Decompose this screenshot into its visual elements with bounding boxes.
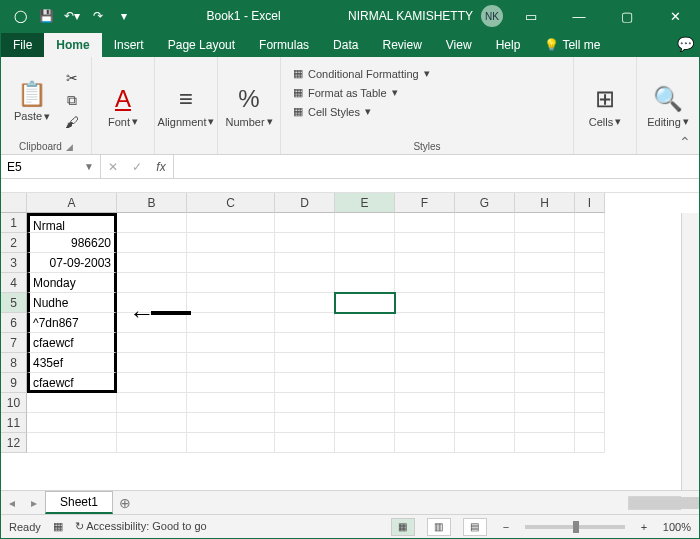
row-header[interactable]: 8 (1, 353, 27, 373)
cell[interactable] (187, 393, 275, 413)
conditional-formatting-button[interactable]: ▦ Conditional Formatting ▾ (289, 65, 434, 82)
enter-formula-icon[interactable]: ✓ (125, 160, 149, 174)
horizontal-scrollbar[interactable] (628, 496, 681, 510)
account-avatar[interactable]: NK (481, 5, 503, 27)
cell[interactable] (575, 293, 605, 313)
cell[interactable] (117, 273, 187, 293)
cell[interactable] (117, 213, 187, 233)
tab-tell-me[interactable]: 💡 Tell me (532, 33, 612, 57)
cell[interactable] (187, 433, 275, 453)
cell[interactable]: Monday (27, 273, 117, 293)
cell[interactable] (187, 213, 275, 233)
cell[interactable] (515, 213, 575, 233)
sheet-nav-next-icon[interactable]: ▸ (23, 496, 45, 510)
column-header[interactable]: E (335, 193, 395, 213)
tab-page-layout[interactable]: Page Layout (156, 33, 247, 57)
cell[interactable] (515, 273, 575, 293)
cell[interactable] (395, 393, 455, 413)
cell[interactable] (187, 293, 275, 313)
cell[interactable] (187, 333, 275, 353)
cell[interactable] (395, 413, 455, 433)
redo-icon[interactable]: ↷ (89, 7, 107, 25)
cell[interactable] (187, 353, 275, 373)
name-box[interactable]: ▼ (1, 155, 101, 178)
name-box-input[interactable] (7, 160, 84, 174)
view-normal-icon[interactable]: ▦ (391, 518, 415, 536)
paste-button[interactable]: 📋 Paste ▾ (9, 65, 55, 135)
cell[interactable] (275, 233, 335, 253)
tab-view[interactable]: View (434, 33, 484, 57)
sheet-tab-active[interactable]: Sheet1 (45, 491, 113, 514)
cell[interactable] (275, 213, 335, 233)
cell[interactable] (187, 273, 275, 293)
cell[interactable] (575, 373, 605, 393)
cells-button[interactable]: ⊞ Cells ▾ (582, 71, 628, 141)
tab-review[interactable]: Review (370, 33, 433, 57)
column-header[interactable]: A (27, 193, 117, 213)
collapse-ribbon-icon[interactable]: ⌃ (679, 134, 691, 150)
cell[interactable] (395, 433, 455, 453)
cell[interactable] (117, 313, 187, 333)
cell[interactable] (395, 253, 455, 273)
row-header[interactable]: 7 (1, 333, 27, 353)
cell[interactable] (117, 393, 187, 413)
cell[interactable] (117, 233, 187, 253)
row-header[interactable]: 6 (1, 313, 27, 333)
cell[interactable] (515, 313, 575, 333)
cell[interactable] (275, 273, 335, 293)
cell[interactable]: 986620 (27, 233, 117, 253)
row-header[interactable]: 4 (1, 273, 27, 293)
cell[interactable] (575, 353, 605, 373)
cell[interactable] (275, 293, 335, 313)
cancel-formula-icon[interactable]: ✕ (101, 160, 125, 174)
cell[interactable] (117, 373, 187, 393)
cell[interactable] (117, 413, 187, 433)
row-header[interactable]: 1 (1, 213, 27, 233)
cell[interactable] (575, 313, 605, 333)
cell[interactable] (515, 293, 575, 313)
cell[interactable] (455, 333, 515, 353)
format-painter-icon[interactable]: 🖌 (61, 113, 83, 131)
cell-styles-button[interactable]: ▦ Cell Styles ▾ (289, 103, 375, 120)
macro-record-icon[interactable]: ▦ (53, 520, 63, 533)
row-header[interactable]: 11 (1, 413, 27, 433)
cell[interactable] (335, 413, 395, 433)
fx-icon[interactable]: fx (149, 160, 173, 174)
autosave-toggle-icon[interactable]: ◯ (11, 7, 29, 25)
cell[interactable] (187, 313, 275, 333)
cell[interactable] (335, 373, 395, 393)
vertical-scrollbar[interactable] (681, 213, 699, 490)
cell[interactable] (395, 213, 455, 233)
select-all-corner[interactable] (1, 193, 27, 213)
cell[interactable] (395, 353, 455, 373)
share-icon[interactable]: 💬 (671, 31, 699, 57)
cell[interactable] (335, 313, 395, 333)
zoom-out-button[interactable]: − (499, 521, 513, 533)
row-header[interactable]: 5 (1, 293, 27, 313)
worksheet-grid[interactable]: ABCDEFGHI1Nrmal2986620307-09-20034Monday… (1, 193, 699, 453)
cell[interactable] (275, 313, 335, 333)
row-header[interactable]: 10 (1, 393, 27, 413)
cell[interactable] (395, 333, 455, 353)
cell[interactable] (335, 273, 395, 293)
cell[interactable] (395, 373, 455, 393)
close-button[interactable]: ✕ (655, 1, 695, 31)
cell[interactable] (575, 433, 605, 453)
minimize-button[interactable]: — (559, 1, 599, 31)
cell[interactable] (455, 233, 515, 253)
cell[interactable]: cfaewcf (27, 333, 117, 353)
ribbon-options-icon[interactable]: ▭ (511, 1, 551, 31)
cell[interactable] (455, 433, 515, 453)
cell[interactable] (117, 253, 187, 273)
column-header[interactable]: B (117, 193, 187, 213)
clipboard-launcher-icon[interactable]: ◢ (66, 142, 73, 152)
cell[interactable] (575, 273, 605, 293)
cell[interactable] (455, 213, 515, 233)
column-header[interactable]: I (575, 193, 605, 213)
tab-home[interactable]: Home (44, 33, 101, 57)
cell[interactable] (187, 253, 275, 273)
cell[interactable] (395, 273, 455, 293)
cell[interactable] (117, 353, 187, 373)
cell[interactable] (275, 333, 335, 353)
qat-customize-icon[interactable]: ▾ (115, 7, 133, 25)
